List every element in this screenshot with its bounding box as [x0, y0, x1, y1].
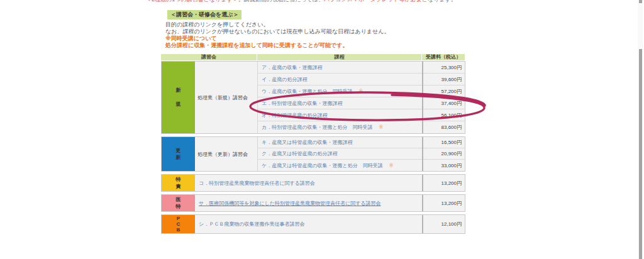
fee-value: 57,200円: [423, 85, 465, 97]
category-stripe-pcb: P C B: [162, 215, 195, 233]
table-row-highlighted: エ．特別管理産廃の収集・運搬課程: [258, 97, 422, 109]
table-row: ア．産廃の収集・運搬課程: [258, 62, 422, 74]
table-row: ク．産廃又は特管産廃の処分課程: [258, 148, 422, 160]
group-special-manager: 特 責 コ．特別管理産業廃棄物管理責任者に関する講習会 13,200円: [161, 174, 465, 192]
course-link[interactable]: コ．特別管理産業廃棄物管理責任者に関する講習会: [199, 180, 315, 187]
course-link[interactable]: オ．特別管理産廃の処分課程: [262, 112, 327, 119]
clipped-text-segment: となります。: [422, 0, 457, 3]
fee-list-renewal: 16,500円 20,900円 33,000円: [422, 137, 465, 171]
group-new-license: 新 規 処理業（新規）講習会 ア．産廃の収集・運搬課程 イ．産廃の処分課程 ウ．…: [161, 61, 465, 134]
instructions: 目的の課程のリンクを押してください。 なお、課程のリンクが押せないものにおいては…: [165, 21, 389, 49]
category-stripe-special-manager: 特 責: [162, 175, 195, 191]
course-link[interactable]: キ．産廃又は特管産廃の収集・運搬課程: [262, 139, 353, 146]
fee-value-highlighted: 37,400円: [423, 97, 465, 109]
clipped-text-segment: 講義動画の視聴に当たっては、: [244, 0, 324, 3]
clipped-text-segment: ＜2種類の1つの講習会となります＞。: [146, 0, 244, 3]
seminar-name-renewal: 処理業（更新）講習会: [195, 137, 258, 171]
fee-value: 56,100円: [423, 109, 465, 121]
fee-value: 25,300円: [423, 62, 465, 74]
clipped-text-segment: パソコンスマホ・タブレット等が必要: [324, 0, 422, 3]
course-link[interactable]: ク．産廃又は特管産廃の処分課程: [262, 150, 338, 157]
course-fee-table: 講習会 課程 受講料（税込） 新 規 処理業（新規）講習会 ア．産廃の収集・運搬…: [161, 54, 465, 234]
section-heading-badge: ＜講習会・研修会を選ぶ＞: [167, 10, 242, 19]
header-seminar: 講習会: [161, 54, 257, 60]
fee-value: 16,500円: [423, 137, 465, 148]
table-row: シ．ＰＣＢ廃棄物の収集運搬作業従事者講習会: [195, 215, 422, 233]
fee-list-new: 25,300円 39,600円 57,200円 37,400円 56,100円 …: [422, 62, 465, 133]
table-row: カ．特別管理産廃の収集・運搬と処分 同時受講 ※: [258, 121, 422, 133]
table-header-row: 講習会 課程 受講料（税込）: [161, 54, 465, 60]
seminar-name-new: 処理業（新規）講習会: [195, 62, 258, 133]
course-link[interactable]: イ．産廃の処分課程: [262, 76, 307, 83]
category-stripe-renewal: 更 新: [162, 137, 195, 171]
category-stripe-new: 新 規: [162, 62, 195, 133]
scrollbar-top-stub: [639, 0, 642, 3]
course-link[interactable]: ケ．産廃又は特管産廃の収集・運搬と処分 同時受講: [262, 162, 383, 169]
course-link[interactable]: ア．産廃の収集・運搬課程: [262, 64, 322, 71]
table-row: ケ．産廃又は特管産廃の収集・運搬と処分 同時受講 ※: [258, 160, 422, 171]
header-fee: 受講料（税込）: [422, 54, 465, 60]
table-row: ウ．産廃の収集・運搬と処分 同時受講 ※: [258, 85, 422, 97]
course-link[interactable]: シ．ＰＣＢ廃棄物の収集運搬作業従事者講習会: [199, 221, 304, 228]
course-link[interactable]: ウ．産廃の収集・運搬と処分 同時受講: [262, 88, 353, 95]
simultaneous-attendance-notice-body: 処分課程に収集・運搬課程を追加して同時に受講することが可能です。: [165, 42, 389, 49]
simultaneous-attendance-notice-title: ※同時受講について: [165, 35, 389, 42]
course-link[interactable]: カ．特別管理産廃の収集・運搬と処分 同時受講: [262, 124, 373, 131]
fee-value: 83,600円: [423, 121, 465, 133]
table-row: コ．特別管理産業廃棄物管理責任者に関する講習会: [195, 175, 422, 191]
fee-value: 13,200円: [422, 175, 465, 191]
vertical-scrollbar-track[interactable]: [638, 0, 643, 259]
fee-value: 33,000円: [423, 160, 465, 171]
fee-value: 39,600円: [423, 74, 465, 85]
course-link[interactable]: サ．医療関係機関等を対象にした特別管理産業廃棄物管理責任者に関する講習会: [199, 200, 381, 207]
table-row: オ．特別管理産廃の処分課程: [258, 109, 422, 121]
table-row: イ．産廃の処分課程: [258, 74, 422, 85]
table-row: サ．医療関係機関等を対象にした特別管理産業廃棄物管理責任者に関する講習会: [195, 195, 422, 211]
category-stripe-medical: 医 特: [162, 195, 195, 211]
course-link[interactable]: エ．特別管理産廃の収集・運搬課程: [262, 100, 342, 107]
group-medical-special: 医 特 サ．医療関係機関等を対象にした特別管理産業廃棄物管理責任者に関する講習会…: [161, 194, 465, 212]
header-course: 課程: [257, 54, 422, 60]
page: ＜2種類の1つの講習会となります＞。講義動画の視聴に当たっては、パソコンスマホ・…: [0, 0, 644, 259]
instruction-line-1: 目的の課程のリンクを押してください。: [165, 21, 389, 28]
simultaneous-mark: ※: [379, 124, 384, 130]
course-list-new: ア．産廃の収集・運搬課程 イ．産廃の処分課程 ウ．産廃の収集・運搬と処分 同時受…: [258, 62, 422, 133]
simultaneous-mark: ※: [359, 89, 364, 94]
fee-value: 20,900円: [423, 148, 465, 160]
group-renewal-license: 更 新 処理業（更新）講習会 キ．産廃又は特管産廃の収集・運搬課程 ク．産廃又は…: [161, 136, 465, 172]
simultaneous-mark: ※: [389, 163, 394, 168]
table-row: キ．産廃又は特管産廃の収集・運搬課程: [258, 137, 422, 148]
fee-value: 12,100円: [422, 215, 465, 233]
group-pcb: P C B シ．ＰＣＢ廃棄物の収集運搬作業従事者講習会 12,100円: [161, 214, 465, 234]
clipped-top-text: ＜2種類の1つの講習会となります＞。講義動画の視聴に当たっては、パソコンスマホ・…: [146, 0, 457, 3]
vertical-scrollbar-thumb[interactable]: [639, 49, 642, 259]
fee-value: 13,200円: [422, 195, 465, 211]
course-list-renewal: キ．産廃又は特管産廃の収集・運搬課程 ク．産廃又は特管産廃の処分課程 ケ．産廃又…: [258, 137, 422, 171]
instruction-line-2: なお、課程のリンクが押せないものにおいては現在申し込み可能な日程はありません。: [165, 28, 389, 35]
